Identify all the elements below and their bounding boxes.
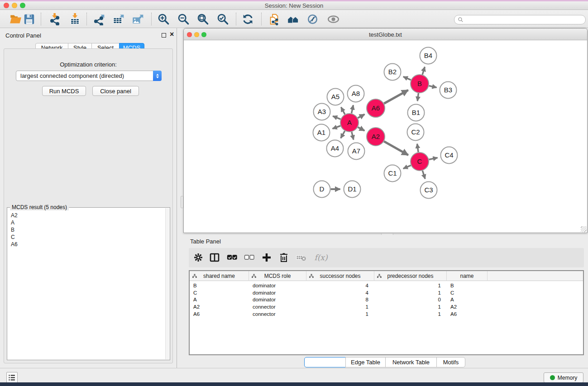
- save-session-button[interactable]: [22, 12, 36, 26]
- graph-node-B4[interactable]: B4: [420, 48, 437, 64]
- table-row[interactable]: Bdominator41B: [190, 282, 583, 290]
- show-all-button[interactable]: [326, 12, 340, 26]
- table-row[interactable]: Cdominator41C: [190, 290, 583, 297]
- graph-edge-C-C1[interactable]: [403, 165, 411, 168]
- export-table-button[interactable]: [111, 12, 125, 26]
- zoom-out-button[interactable]: [176, 12, 191, 26]
- function-builder-button: f(x): [312, 251, 330, 264]
- delete-table-button: [295, 251, 307, 264]
- graph-edge-A-A3[interactable]: [333, 116, 340, 119]
- toolbar-separator: [41, 13, 41, 25]
- tab-network-table[interactable]: Network Table: [385, 357, 437, 367]
- delete-column-button[interactable]: [277, 251, 290, 264]
- column-header-name[interactable]: name: [447, 271, 488, 281]
- graph-edge-B-B2[interactable]: [403, 76, 411, 80]
- duplicate-network-button[interactable]: [267, 12, 281, 26]
- scrollbar-track[interactable]: [165, 208, 169, 359]
- close-panel-icon[interactable]: ×: [170, 32, 174, 37]
- table-row[interactable]: A6connector11A6: [190, 311, 583, 318]
- graph-node-A4[interactable]: A4: [327, 140, 344, 157]
- graph-edge-B-B3[interactable]: [429, 86, 436, 88]
- column-header-successor-nodes[interactable]: successor nodes: [306, 271, 374, 281]
- add-column-button[interactable]: [260, 251, 273, 264]
- graph-node-A3[interactable]: A3: [314, 104, 330, 120]
- network-window-titlebar[interactable]: testGlobe.txt: [184, 29, 587, 40]
- graph-edge-B-B4[interactable]: [422, 67, 425, 75]
- table-row[interactable]: A2connector11A2: [190, 304, 583, 311]
- graph-edge-A-A8[interactable]: [351, 105, 353, 113]
- tab-edge-table[interactable]: Edge Table: [345, 357, 386, 367]
- deselect-all-columns-button[interactable]: [243, 251, 256, 264]
- memory-button[interactable]: Memory: [544, 372, 583, 383]
- column-header-shared-name[interactable]: shared name: [190, 271, 249, 281]
- graph-node-A1[interactable]: A1: [313, 124, 330, 141]
- graph-node-C2[interactable]: C2: [407, 124, 424, 141]
- graph-edge-A-A1[interactable]: [333, 126, 341, 129]
- mcds-result-list[interactable]: A2ABCA6: [8, 210, 165, 359]
- graph-edge-A-A2[interactable]: [358, 127, 365, 131]
- graph-edge-C-C2[interactable]: [417, 144, 419, 152]
- table-row[interactable]: Adominator80A: [190, 296, 583, 304]
- graph-node-A8[interactable]: A8: [348, 86, 364, 102]
- import-table-button[interactable]: [67, 12, 82, 26]
- graph-node-A7[interactable]: A7: [348, 143, 365, 160]
- tab-node-table[interactable]: Node Table: [304, 357, 346, 367]
- graph-node-C[interactable]: C: [411, 152, 429, 171]
- graph-node-C3[interactable]: C3: [421, 182, 437, 199]
- graph-node-C4[interactable]: C4: [441, 147, 458, 164]
- graph-edge-B-B1[interactable]: [417, 93, 418, 101]
- column-header-predecessor-nodes[interactable]: predecessor nodes: [374, 271, 447, 281]
- export-image-button[interactable]: [130, 12, 145, 26]
- run-mcds-button[interactable]: Run MCDS: [42, 86, 86, 96]
- mcds-result-item[interactable]: A: [11, 219, 165, 227]
- import-network-button[interactable]: [47, 12, 62, 26]
- first-neighbors-button[interactable]: [286, 12, 300, 26]
- graph-node-B2[interactable]: B2: [384, 64, 401, 81]
- close-panel-button[interactable]: Close panel: [92, 86, 139, 96]
- graph-node-A5[interactable]: A5: [327, 89, 344, 105]
- graph-node-A2[interactable]: A2: [367, 128, 385, 146]
- export-network-button[interactable]: [91, 12, 106, 26]
- mcds-result-item[interactable]: C: [11, 234, 165, 241]
- graph-edge-A6-B[interactable]: [384, 90, 408, 104]
- graph-node-C1[interactable]: C1: [384, 165, 401, 182]
- optimization-criterion-select[interactable]: largest connected component (directed): [16, 71, 162, 81]
- hide-selected-button[interactable]: [305, 12, 320, 26]
- apply-layout-button[interactable]: [240, 12, 255, 26]
- graph-edge-A-A5[interactable]: [341, 107, 345, 114]
- graph-node-B3[interactable]: B3: [440, 82, 457, 99]
- mcds-result-item[interactable]: B: [11, 227, 165, 234]
- graph-node-B1[interactable]: B1: [408, 105, 425, 121]
- resize-grip-icon[interactable]: [581, 226, 587, 232]
- app-titlebar[interactable]: Session: New Session: [0, 1, 588, 10]
- task-history-button[interactable]: [6, 372, 18, 383]
- zoom-fit-button[interactable]: [196, 12, 210, 26]
- graph-node-D[interactable]: D: [314, 181, 330, 198]
- float-panel-icon[interactable]: [162, 33, 166, 38]
- graph-node-D1[interactable]: D1: [344, 181, 361, 198]
- graph-node-B[interactable]: B: [411, 75, 429, 93]
- graph-node-A6[interactable]: A6: [367, 99, 385, 117]
- tab-motifs[interactable]: Motifs: [436, 357, 465, 367]
- control-panel: Control Panel × NetworkStyleSelectMCDS O…: [0, 28, 177, 368]
- zoom-in-button[interactable]: [156, 12, 171, 26]
- svg-text:A2: A2: [372, 133, 380, 140]
- graph-edge-A-A7[interactable]: [352, 132, 354, 139]
- panel-splitter-handle[interactable]: [181, 196, 183, 208]
- open-session-button[interactable]: [8, 12, 23, 26]
- graph-edge-C-C4[interactable]: [429, 157, 438, 159]
- mcds-result-item[interactable]: A6: [11, 241, 165, 248]
- table-settings-button[interactable]: [192, 251, 205, 264]
- graph-edge-A-A4[interactable]: [341, 131, 345, 138]
- select-all-columns-button[interactable]: [226, 251, 239, 264]
- column-header-MCDS-role[interactable]: MCDS role: [249, 271, 306, 281]
- zoom-selected-button[interactable]: [215, 12, 230, 26]
- graph-edge-A2-C[interactable]: [384, 141, 408, 155]
- graph-edge-C-C3[interactable]: [422, 171, 425, 179]
- mcds-result-item[interactable]: A2: [11, 212, 165, 219]
- graph-edge-A-A6[interactable]: [358, 114, 364, 118]
- search-input[interactable]: [454, 15, 586, 24]
- network-canvas[interactable]: B4B2BB3A8A5A6A3B1AC2A1A2A4A7C4CC1DD1C3: [184, 40, 587, 233]
- graph-node-A[interactable]: A: [340, 114, 359, 132]
- split-view-button[interactable]: [208, 251, 221, 264]
